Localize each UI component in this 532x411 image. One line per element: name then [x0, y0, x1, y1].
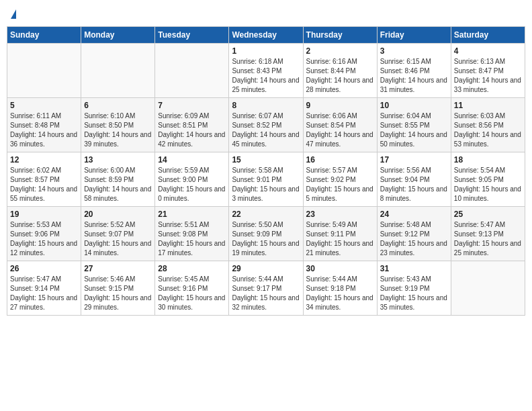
day-info: Sunrise: 5:50 AM Sunset: 9:09 PM Dayligh…	[232, 220, 300, 258]
day-number: 12	[10, 155, 78, 165]
day-number: 17	[380, 155, 448, 165]
day-cell: 4Sunrise: 6:13 AM Sunset: 8:47 PM Daylig…	[451, 44, 525, 98]
day-number: 5	[10, 101, 78, 110]
day-number: 1	[232, 46, 300, 56]
day-number: 30	[306, 264, 374, 273]
weekday-header-saturday: Saturday	[451, 27, 525, 44]
day-info: Sunrise: 5:52 AM Sunset: 9:07 PM Dayligh…	[84, 220, 152, 258]
day-info: Sunrise: 5:54 AM Sunset: 9:05 PM Dayligh…	[454, 166, 522, 203]
day-info: Sunrise: 6:13 AM Sunset: 8:47 PM Dayligh…	[454, 57, 522, 95]
day-cell	[7, 44, 81, 98]
day-cell: 24Sunrise: 5:48 AM Sunset: 9:12 PM Dayli…	[377, 207, 451, 261]
day-number: 22	[232, 210, 300, 219]
day-info: Sunrise: 6:15 AM Sunset: 8:46 PM Dayligh…	[380, 57, 448, 95]
day-cell: 1Sunrise: 6:18 AM Sunset: 8:43 PM Daylig…	[229, 44, 303, 98]
weekday-header-sunday: Sunday	[7, 27, 81, 44]
weekday-header-wednesday: Wednesday	[229, 27, 303, 44]
day-info: Sunrise: 5:44 AM Sunset: 9:18 PM Dayligh…	[306, 275, 374, 312]
week-row-1: 1Sunrise: 6:18 AM Sunset: 8:43 PM Daylig…	[7, 44, 525, 98]
day-number: 18	[454, 155, 522, 165]
day-info: Sunrise: 6:07 AM Sunset: 8:52 PM Dayligh…	[232, 111, 300, 149]
calendar-table: SundayMondayTuesdayWednesdayThursdayFrid…	[7, 26, 525, 316]
logo	[9, 7, 16, 21]
day-cell: 21Sunrise: 5:51 AM Sunset: 9:08 PM Dayli…	[155, 207, 229, 261]
day-number: 25	[454, 210, 522, 219]
day-number: 14	[158, 155, 226, 165]
day-cell: 13Sunrise: 6:00 AM Sunset: 8:59 PM Dayli…	[81, 152, 155, 207]
day-info: Sunrise: 5:43 AM Sunset: 9:19 PM Dayligh…	[380, 275, 448, 312]
day-number: 24	[380, 210, 448, 219]
day-cell: 7Sunrise: 6:09 AM Sunset: 8:51 PM Daylig…	[155, 98, 229, 152]
day-number: 19	[10, 210, 78, 219]
logo-triangle-icon	[11, 9, 16, 19]
day-number: 28	[158, 264, 226, 273]
day-cell: 25Sunrise: 5:47 AM Sunset: 9:13 PM Dayli…	[451, 207, 525, 261]
day-info: Sunrise: 5:49 AM Sunset: 9:11 PM Dayligh…	[306, 220, 374, 258]
day-cell: 5Sunrise: 6:11 AM Sunset: 8:48 PM Daylig…	[7, 98, 81, 152]
day-number: 13	[84, 155, 152, 165]
day-cell	[155, 44, 229, 98]
day-info: Sunrise: 5:53 AM Sunset: 9:06 PM Dayligh…	[10, 220, 78, 258]
day-cell: 26Sunrise: 5:47 AM Sunset: 9:14 PM Dayli…	[7, 261, 81, 316]
day-info: Sunrise: 5:56 AM Sunset: 9:04 PM Dayligh…	[380, 166, 448, 203]
day-info: Sunrise: 5:45 AM Sunset: 9:16 PM Dayligh…	[158, 275, 226, 312]
day-cell: 27Sunrise: 5:46 AM Sunset: 9:15 PM Dayli…	[81, 261, 155, 316]
weekday-header-thursday: Thursday	[303, 27, 377, 44]
weekday-header-row: SundayMondayTuesdayWednesdayThursdayFrid…	[7, 27, 525, 44]
week-row-4: 19Sunrise: 5:53 AM Sunset: 9:06 PM Dayli…	[7, 207, 525, 261]
weekday-header-tuesday: Tuesday	[155, 27, 229, 44]
day-number: 20	[84, 210, 152, 219]
day-info: Sunrise: 5:46 AM Sunset: 9:15 PM Dayligh…	[84, 275, 152, 312]
day-info: Sunrise: 5:58 AM Sunset: 9:01 PM Dayligh…	[232, 166, 300, 203]
day-cell: 11Sunrise: 6:03 AM Sunset: 8:56 PM Dayli…	[451, 98, 525, 152]
day-cell	[451, 261, 525, 316]
day-cell: 30Sunrise: 5:44 AM Sunset: 9:18 PM Dayli…	[303, 261, 377, 316]
day-number: 26	[10, 264, 78, 273]
day-info: Sunrise: 5:47 AM Sunset: 9:14 PM Dayligh…	[10, 275, 78, 312]
day-number: 29	[232, 264, 300, 273]
day-info: Sunrise: 6:10 AM Sunset: 8:50 PM Dayligh…	[84, 111, 152, 149]
day-cell: 10Sunrise: 6:04 AM Sunset: 8:55 PM Dayli…	[377, 98, 451, 152]
day-number: 6	[84, 101, 152, 110]
day-number: 9	[306, 101, 374, 110]
day-cell: 17Sunrise: 5:56 AM Sunset: 9:04 PM Dayli…	[377, 152, 451, 207]
day-number: 8	[232, 101, 300, 110]
day-info: Sunrise: 5:47 AM Sunset: 9:13 PM Dayligh…	[454, 220, 522, 258]
day-info: Sunrise: 5:48 AM Sunset: 9:12 PM Dayligh…	[380, 220, 448, 258]
day-number: 3	[380, 46, 448, 56]
day-cell: 20Sunrise: 5:52 AM Sunset: 9:07 PM Dayli…	[81, 207, 155, 261]
day-cell: 9Sunrise: 6:06 AM Sunset: 8:54 PM Daylig…	[303, 98, 377, 152]
page-header	[7, 7, 525, 21]
day-info: Sunrise: 6:09 AM Sunset: 8:51 PM Dayligh…	[158, 111, 226, 149]
day-cell: 15Sunrise: 5:58 AM Sunset: 9:01 PM Dayli…	[229, 152, 303, 207]
day-number: 2	[306, 46, 374, 56]
day-info: Sunrise: 6:06 AM Sunset: 8:54 PM Dayligh…	[306, 111, 374, 149]
day-number: 27	[84, 264, 152, 273]
day-number: 16	[306, 155, 374, 165]
week-row-3: 12Sunrise: 6:02 AM Sunset: 8:57 PM Dayli…	[7, 152, 525, 207]
day-info: Sunrise: 5:51 AM Sunset: 9:08 PM Dayligh…	[158, 220, 226, 258]
weekday-header-monday: Monday	[81, 27, 155, 44]
day-number: 11	[454, 101, 522, 110]
day-cell: 14Sunrise: 5:59 AM Sunset: 9:00 PM Dayli…	[155, 152, 229, 207]
day-number: 31	[380, 264, 448, 273]
day-info: Sunrise: 6:16 AM Sunset: 8:44 PM Dayligh…	[306, 57, 374, 95]
day-cell: 16Sunrise: 5:57 AM Sunset: 9:02 PM Dayli…	[303, 152, 377, 207]
day-cell: 12Sunrise: 6:02 AM Sunset: 8:57 PM Dayli…	[7, 152, 81, 207]
week-row-5: 26Sunrise: 5:47 AM Sunset: 9:14 PM Dayli…	[7, 261, 525, 316]
day-cell: 8Sunrise: 6:07 AM Sunset: 8:52 PM Daylig…	[229, 98, 303, 152]
day-info: Sunrise: 6:02 AM Sunset: 8:57 PM Dayligh…	[10, 166, 78, 203]
day-cell	[81, 44, 155, 98]
day-number: 7	[158, 101, 226, 110]
day-cell: 29Sunrise: 5:44 AM Sunset: 9:17 PM Dayli…	[229, 261, 303, 316]
day-number: 10	[380, 101, 448, 110]
day-cell: 6Sunrise: 6:10 AM Sunset: 8:50 PM Daylig…	[81, 98, 155, 152]
day-cell: 18Sunrise: 5:54 AM Sunset: 9:05 PM Dayli…	[451, 152, 525, 207]
day-cell: 23Sunrise: 5:49 AM Sunset: 9:11 PM Dayli…	[303, 207, 377, 261]
day-info: Sunrise: 5:57 AM Sunset: 9:02 PM Dayligh…	[306, 166, 374, 203]
day-info: Sunrise: 5:59 AM Sunset: 9:00 PM Dayligh…	[158, 166, 226, 203]
day-info: Sunrise: 6:18 AM Sunset: 8:43 PM Dayligh…	[232, 57, 300, 95]
week-row-2: 5Sunrise: 6:11 AM Sunset: 8:48 PM Daylig…	[7, 98, 525, 152]
day-cell: 3Sunrise: 6:15 AM Sunset: 8:46 PM Daylig…	[377, 44, 451, 98]
day-info: Sunrise: 6:04 AM Sunset: 8:55 PM Dayligh…	[380, 111, 448, 149]
